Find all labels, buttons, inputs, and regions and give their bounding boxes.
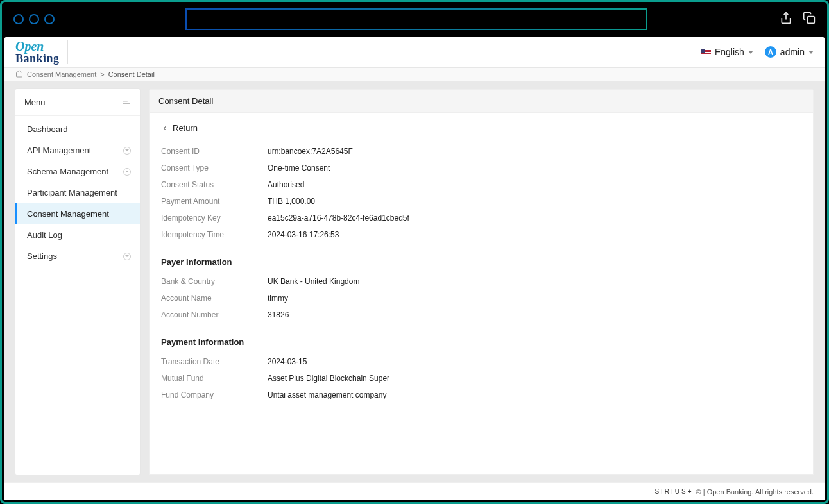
breadcrumb-current: Consent Detail bbox=[108, 71, 155, 78]
detail-row: Account Number31826 bbox=[161, 307, 801, 323]
language-label: English bbox=[715, 47, 744, 57]
return-label: Return bbox=[173, 123, 198, 133]
sidebar-header: Menu bbox=[15, 89, 140, 116]
breadcrumb-parent[interactable]: Consent Management bbox=[27, 71, 96, 78]
content-area: Consent Detail Return Consent IDurn:banc… bbox=[149, 89, 814, 475]
language-selector[interactable]: English bbox=[701, 47, 753, 57]
svg-rect-1 bbox=[808, 17, 815, 24]
app-body: Menu DashboardAPI ManagementSchema Manag… bbox=[4, 81, 825, 482]
sidebar-item-label: Audit Log bbox=[27, 230, 62, 240]
browser-frame: Open Banking English A admin Con bbox=[0, 0, 829, 504]
detail-row: Account Nametimmy bbox=[161, 290, 801, 307]
detail-label: Bank & Country bbox=[161, 277, 268, 286]
avatar: A bbox=[765, 46, 776, 58]
detail-label: Payment Amount bbox=[161, 197, 268, 206]
detail-value: timmy bbox=[268, 294, 288, 303]
detail-row: Consent IDurn:bancoex:7A2A5645F bbox=[161, 143, 801, 160]
detail-label: Fund Company bbox=[161, 391, 268, 399]
breadcrumb-separator: > bbox=[100, 71, 104, 78]
footer-brand: SIRIUS+ bbox=[654, 488, 693, 495]
detail-row: Consent StatusAuthorised bbox=[161, 176, 801, 193]
sidebar: Menu DashboardAPI ManagementSchema Manag… bbox=[15, 89, 140, 475]
sidebar-item-label: Participant Management bbox=[27, 188, 117, 197]
logo-top: Open bbox=[15, 40, 60, 53]
detail-value: ea15c29a-a716-478b-82c4-fe6ad1cbed5f bbox=[268, 214, 409, 223]
detail-row: Idempotency Time2024-03-16 17:26:53 bbox=[161, 226, 801, 243]
section-title-payment: Payment Information bbox=[161, 337, 801, 347]
sidebar-item-label: Schema Management bbox=[27, 167, 108, 176]
detail-row: Consent TypeOne-time Consent bbox=[161, 160, 801, 176]
window-controls[interactable] bbox=[13, 14, 55, 24]
sidebar-item-api-management[interactable]: API Management bbox=[15, 140, 140, 161]
payment-details: Transaction Date2024-03-15Mutual FundAss… bbox=[161, 353, 801, 403]
detail-row: Mutual FundAsset Plus Digital Blockchain… bbox=[161, 370, 801, 387]
detail-label: Consent ID bbox=[161, 147, 268, 156]
logo-bottom: Banking bbox=[15, 53, 60, 64]
chevron-down-icon bbox=[123, 147, 131, 155]
detail-label: Account Name bbox=[161, 294, 268, 303]
window-control-dot[interactable] bbox=[44, 14, 55, 24]
user-menu[interactable]: A admin bbox=[765, 46, 814, 58]
section-title-payer: Payer Information bbox=[161, 257, 801, 267]
sidebar-item-label: Settings bbox=[27, 251, 57, 261]
detail-label: Mutual Fund bbox=[161, 374, 268, 383]
detail-row: Transaction Date2024-03-15 bbox=[161, 353, 801, 370]
detail-value: Untai asset management company bbox=[268, 391, 386, 399]
menu-collapse-icon[interactable] bbox=[122, 97, 131, 108]
chevron-down-icon bbox=[123, 168, 131, 176]
detail-value: urn:bancoex:7A2A5645F bbox=[268, 147, 353, 156]
chevron-down-icon bbox=[123, 253, 131, 260]
sidebar-item-label: API Management bbox=[27, 146, 91, 155]
detail-label: Consent Status bbox=[161, 180, 268, 189]
app-window: Open Banking English A admin Con bbox=[4, 37, 825, 500]
footer-text: © | Open Banking. All rights reserved. bbox=[696, 488, 814, 496]
sidebar-item-audit-log[interactable]: Audit Log bbox=[15, 224, 140, 246]
share-icon[interactable] bbox=[780, 12, 792, 27]
consent-details: Consent IDurn:bancoex:7A2A5645FConsent T… bbox=[161, 143, 801, 243]
detail-label: Account Number bbox=[161, 310, 268, 319]
detail-row: Payment AmountTHB 1,000.00 bbox=[161, 193, 801, 210]
flag-icon bbox=[701, 49, 711, 56]
sidebar-item-dashboard[interactable]: Dashboard bbox=[15, 119, 140, 140]
detail-value: Asset Plus Digital Blockchain Super bbox=[268, 374, 389, 383]
detail-label: Idempotency Key bbox=[161, 214, 268, 223]
window-control-dot[interactable] bbox=[29, 14, 39, 24]
content-title: Consent Detail bbox=[149, 89, 814, 113]
address-bar[interactable] bbox=[185, 8, 647, 30]
detail-label: Idempotency Time bbox=[161, 230, 268, 239]
home-icon[interactable] bbox=[15, 70, 23, 79]
chevron-down-icon bbox=[808, 51, 814, 54]
detail-value: UK Bank - United Kingdom bbox=[268, 277, 359, 286]
detail-value: 31826 bbox=[268, 310, 289, 319]
content-body: Return Consent IDurn:bancoex:7A2A5645FCo… bbox=[149, 113, 814, 475]
return-button[interactable]: Return bbox=[161, 123, 801, 133]
sidebar-item-label: Consent Management bbox=[27, 209, 109, 219]
menu-list: DashboardAPI ManagementSchema Management… bbox=[15, 116, 140, 267]
sidebar-item-schema-management[interactable]: Schema Management bbox=[15, 161, 140, 182]
sidebar-item-settings[interactable]: Settings bbox=[15, 246, 140, 267]
browser-actions bbox=[780, 12, 816, 27]
footer: SIRIUS+ © | Open Banking. All rights res… bbox=[4, 482, 825, 500]
app-header: Open Banking English A admin bbox=[4, 37, 825, 68]
copy-icon[interactable] bbox=[803, 12, 816, 27]
window-control-dot[interactable] bbox=[13, 14, 24, 24]
breadcrumb: Consent Management > Consent Detail bbox=[4, 68, 825, 81]
detail-value: Authorised bbox=[268, 180, 304, 189]
chevron-down-icon bbox=[748, 51, 753, 54]
detail-row: Bank & CountryUK Bank - United Kingdom bbox=[161, 273, 801, 290]
payer-details: Bank & CountryUK Bank - United KingdomAc… bbox=[161, 273, 801, 323]
detail-value: One-time Consent bbox=[268, 164, 330, 172]
header-right: English A admin bbox=[701, 46, 814, 58]
app-logo[interactable]: Open Banking bbox=[15, 40, 68, 64]
sidebar-item-label: Dashboard bbox=[27, 124, 68, 134]
detail-value: 2024-03-16 17:26:53 bbox=[268, 230, 339, 239]
sidebar-item-participant-management[interactable]: Participant Management bbox=[15, 182, 140, 203]
detail-label: Transaction Date bbox=[161, 357, 268, 366]
detail-row: Idempotency Keyea15c29a-a716-478b-82c4-f… bbox=[161, 210, 801, 226]
sidebar-title: Menu bbox=[24, 97, 46, 107]
browser-titlebar bbox=[2, 2, 827, 37]
sidebar-item-consent-management[interactable]: Consent Management bbox=[15, 203, 140, 224]
detail-value: THB 1,000.00 bbox=[268, 197, 315, 206]
detail-value: 2024-03-15 bbox=[268, 357, 307, 366]
username: admin bbox=[780, 47, 805, 57]
